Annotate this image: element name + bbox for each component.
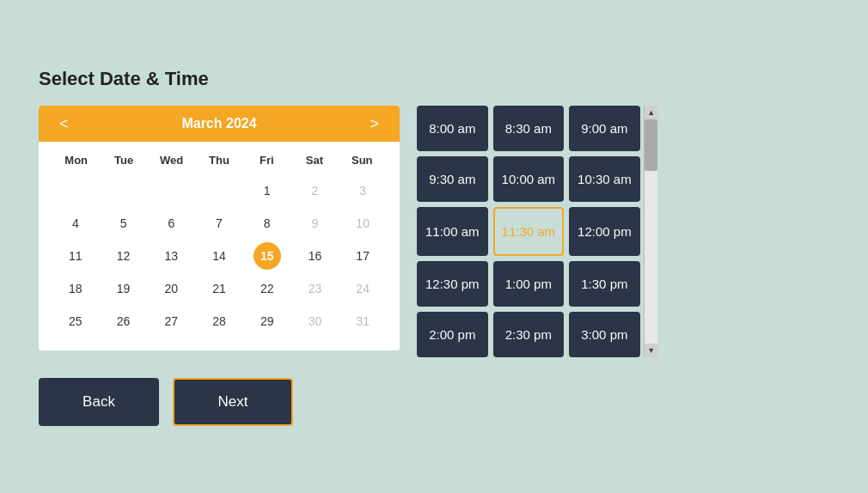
day-cell[interactable]: 20 [157,275,185,302]
back-button[interactable]: Back [39,378,159,426]
scrollbar: ▲ ▼ [644,106,657,357]
day-headers: MonTueWedThuFriSatSun [52,150,386,170]
day-cell[interactable]: 21 [205,275,233,302]
calendar-grid: MonTueWedThuFriSatSun 123456789101112131… [39,142,400,350]
day-cell[interactable]: 18 [62,275,89,302]
days-grid: 1234567891011121314151617181920212223242… [52,175,386,337]
day-cell[interactable]: 22 [254,275,281,302]
day-cell[interactable]: 27 [157,307,185,335]
day-cell [110,177,138,204]
time-slots-grid: 8:00 am8:30 am9:00 am9:30 am10:00 am10:3… [417,106,644,357]
day-cell[interactable]: 5 [110,210,138,237]
day-cell [157,177,185,204]
day-cell[interactable]: 6 [157,210,185,237]
day-cell[interactable]: 30 [301,307,328,335]
day-cell[interactable]: 9 [301,210,328,237]
day-cell[interactable]: 29 [254,307,281,335]
scroll-track [645,119,657,344]
day-cell[interactable]: 7 [205,210,233,237]
day-header-tue: Tue [100,150,147,170]
day-header-fri: Fri [243,150,290,170]
next-month-button[interactable]: > [363,114,386,133]
time-slot-button[interactable]: 2:30 pm [493,312,565,357]
day-cell[interactable]: 10 [349,210,376,237]
day-cell[interactable]: 3 [349,177,376,204]
time-slot-button[interactable]: 8:00 am [417,106,488,151]
scroll-down-button[interactable]: ▼ [645,344,658,357]
day-cell[interactable]: 8 [254,210,281,237]
day-header-sat: Sat [290,150,338,170]
time-slot-button[interactable]: 10:30 am [569,156,640,202]
day-cell [205,177,233,204]
day-header-sun: Sun [339,150,386,170]
time-slot-button[interactable]: 2:00 pm [417,312,488,357]
day-cell[interactable]: 15 [254,242,281,270]
day-cell[interactable]: 25 [62,307,89,335]
calendar: < March 2024 > MonTueWedThuFriSatSun 123… [39,106,400,350]
time-slot-button[interactable]: 11:00 am [417,207,488,256]
time-slot-button[interactable]: 3:00 pm [569,312,640,357]
time-slot-button[interactable]: 11:30 am [493,207,565,256]
day-cell[interactable]: 11 [62,242,89,270]
calendar-header: < March 2024 > [39,106,400,142]
day-header-thu: Thu [195,150,242,170]
day-cell[interactable]: 13 [157,242,185,270]
day-cell[interactable]: 31 [349,307,376,335]
day-cell[interactable]: 16 [301,242,328,270]
time-slots-section: 8:00 am8:30 am9:00 am9:30 am10:00 am10:3… [417,106,657,357]
day-cell[interactable]: 28 [205,307,233,335]
scroll-thumb [645,119,657,171]
bottom-buttons: Back Next [39,378,829,426]
day-cell[interactable]: 12 [110,242,138,270]
prev-month-button[interactable]: < [52,114,76,133]
day-cell[interactable]: 26 [110,307,138,335]
day-cell[interactable]: 19 [110,275,138,302]
day-header-mon: Mon [52,150,100,170]
day-cell[interactable]: 1 [254,177,281,204]
time-slot-button[interactable]: 12:00 pm [569,207,640,256]
page-title: Select Date & Time [39,68,829,90]
time-slot-button[interactable]: 8:30 am [493,106,565,151]
time-slot-button[interactable]: 1:30 pm [569,261,640,307]
day-cell [62,177,89,204]
time-slot-button[interactable]: 12:30 pm [417,261,488,307]
day-cell[interactable]: 24 [349,275,376,302]
day-cell[interactable]: 4 [62,210,89,237]
next-button[interactable]: Next [173,378,293,426]
time-slot-button[interactable]: 10:00 am [493,156,565,202]
month-year-label: March 2024 [181,116,256,131]
day-cell[interactable]: 14 [205,242,233,270]
day-header-wed: Wed [148,150,195,170]
day-cell[interactable]: 2 [301,177,328,204]
time-slot-button[interactable]: 9:00 am [569,106,640,151]
day-cell[interactable]: 17 [349,242,376,270]
scroll-up-button[interactable]: ▲ [645,106,658,119]
time-slot-button[interactable]: 1:00 pm [493,261,565,307]
time-slot-button[interactable]: 9:30 am [417,156,488,202]
day-cell[interactable]: 23 [301,275,328,302]
